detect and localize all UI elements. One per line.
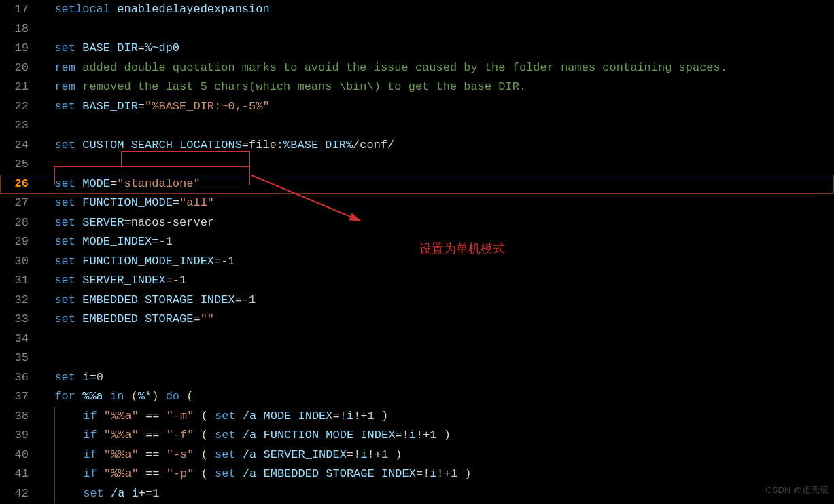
line-number: 32 <box>0 291 41 310</box>
token: %~dp0 <box>145 39 179 58</box>
token <box>97 465 104 484</box>
token: == <box>145 426 159 446</box>
token: set <box>215 407 236 427</box>
token <box>158 387 165 407</box>
token: /a <box>243 446 256 465</box>
code-content[interactable]: set EMBEDDED_STORAGE_INDEX=-1 <box>41 291 256 310</box>
code-content[interactable]: set MODE_INDEX=-1 <box>41 232 173 252</box>
token: "%%a" <box>104 446 139 465</box>
token: file: <box>249 136 283 156</box>
code-content[interactable]: set FUNCTION_MODE="all" <box>41 194 214 213</box>
code-content[interactable]: set SERVER_INDEX=-1 <box>41 271 186 291</box>
token: i <box>132 484 139 504</box>
code-line[interactable]: 25 <box>0 155 834 175</box>
line-number: 41 <box>0 465 41 484</box>
code-content[interactable] <box>41 155 54 175</box>
token <box>256 446 263 465</box>
line-number: 29 <box>0 232 41 252</box>
code-line[interactable]: 37 for %%a in (%*) do ( <box>0 387 834 407</box>
code-content[interactable] <box>41 20 54 39</box>
code-line[interactable]: 27 set FUNCTION_MODE="all" <box>0 194 834 213</box>
code-line[interactable]: 39 if "%%a" == "-f" ( set /a FUNCTION_MO… <box>0 426 834 446</box>
token <box>194 446 201 465</box>
token: set <box>54 368 75 388</box>
code-line[interactable]: 20 rem added double quotation marks to a… <box>0 58 834 78</box>
code-line[interactable]: 24 set CUSTOM_SEARCH_LOCATIONS=file:%BAS… <box>0 136 834 156</box>
code-content[interactable]: set i=0 <box>41 368 103 388</box>
code-line[interactable]: 23 <box>0 116 834 136</box>
code-line[interactable]: 18 <box>0 20 834 39</box>
token: ( <box>201 426 208 446</box>
code-line[interactable]: 19 set BASE_DIR=%~dp0 <box>0 39 834 58</box>
code-line[interactable]: 29 set MODE_INDEX=-1 <box>0 232 834 252</box>
line-number: 42 <box>0 484 41 504</box>
code-content[interactable]: set BASE_DIR="%BASE_DIR:~0,-5%" <box>41 97 270 117</box>
token <box>256 465 263 484</box>
code-content[interactable]: set FUNCTION_MODE_INDEX=-1 <box>41 252 235 272</box>
token: "-f" <box>167 426 194 446</box>
token <box>103 387 110 407</box>
token: if <box>83 465 97 484</box>
code-content[interactable]: setlocal enabledelayedexpansion <box>41 0 270 20</box>
token: rem <box>54 58 75 78</box>
code-line[interactable]: 36 set i=0 <box>0 368 834 388</box>
token <box>97 407 104 427</box>
token <box>236 426 243 446</box>
code-content[interactable]: set /a i+=1 <box>41 484 159 504</box>
line-number: 30 <box>0 252 41 272</box>
code-content[interactable] <box>41 116 54 136</box>
code-content[interactable]: for %%a in (%*) do ( <box>41 387 193 407</box>
code-line[interactable]: 32 set EMBEDDED_STORAGE_INDEX=-1 <box>0 291 834 310</box>
code-line[interactable]: 33 set EMBEDDED_STORAGE="" <box>0 310 834 329</box>
code-content[interactable]: set BASE_DIR=%~dp0 <box>41 39 179 58</box>
token: added double quotation marks to avoid th… <box>82 58 727 78</box>
token: = <box>110 175 117 194</box>
token: in <box>110 387 124 407</box>
code-editor[interactable]: 17 setlocal enabledelayedexpansion18 19 … <box>0 0 834 504</box>
token: ! <box>353 446 360 465</box>
token <box>208 407 215 427</box>
code-content[interactable]: set MODE="standalone" <box>41 175 201 194</box>
token: == <box>145 446 159 465</box>
code-line[interactable]: 17 setlocal enabledelayedexpansion <box>0 0 834 20</box>
token <box>194 465 201 484</box>
code-content[interactable]: rem removed the last 5 chars(which means… <box>41 77 526 97</box>
token: -1 <box>221 252 234 272</box>
token: -1 <box>242 291 256 310</box>
token <box>139 407 145 427</box>
code-content[interactable]: set CUSTOM_SEARCH_LOCATIONS=file:%BASE_D… <box>41 136 394 156</box>
token: if <box>83 426 97 446</box>
code-content[interactable]: if "%%a" == "-p" ( set /a EMBEDDED_STORA… <box>41 465 472 484</box>
token: removed the last 5 chars(which means \bi… <box>82 77 526 97</box>
token: "%%a" <box>104 426 139 446</box>
code-line[interactable]: 40 if "%%a" == "-s" ( set /a SERVER_INDE… <box>0 446 834 465</box>
token: set <box>54 175 75 194</box>
code-content[interactable] <box>41 329 54 349</box>
code-line[interactable]: 30 set FUNCTION_MODE_INDEX=-1 <box>0 252 834 272</box>
code-line[interactable]: 26 set MODE="standalone" <box>0 175 834 194</box>
token: i <box>409 426 416 446</box>
token <box>139 465 145 484</box>
code-content[interactable]: rem added double quotation marks to avoi… <box>41 58 727 78</box>
code-line[interactable]: 21 rem removed the last 5 chars(which me… <box>0 77 834 97</box>
code-line[interactable]: 35 <box>0 348 834 368</box>
token: ) <box>464 465 471 484</box>
code-content[interactable] <box>41 348 54 368</box>
code-line[interactable]: 34 <box>0 329 834 349</box>
token: set <box>54 97 75 117</box>
line-number: 26 <box>0 175 41 194</box>
token: = <box>333 407 340 427</box>
code-line[interactable]: 31 set SERVER_INDEX=-1 <box>0 271 834 291</box>
code-line[interactable]: 42 set /a i+=1 <box>0 484 834 504</box>
code-content[interactable]: if "%%a" == "-s" ( set /a SERVER_INDEX=!… <box>41 446 402 465</box>
code-content[interactable]: set EMBEDDED_STORAGE="" <box>41 310 214 329</box>
code-content[interactable]: set SERVER=nacos-server <box>41 213 214 233</box>
code-line[interactable]: 22 set BASE_DIR="%BASE_DIR:~0,-5%" <box>0 97 834 117</box>
token <box>457 465 464 484</box>
code-line[interactable]: 41 if "%%a" == "-p" ( set /a EMBEDDED_ST… <box>0 465 834 484</box>
token: = <box>173 194 179 213</box>
code-content[interactable]: if "%%a" == "-m" ( set /a MODE_INDEX=!i!… <box>41 407 388 427</box>
code-line[interactable]: 28 set SERVER=nacos-server <box>0 213 834 233</box>
code-content[interactable]: if "%%a" == "-f" ( set /a FUNCTION_MODE_… <box>41 426 451 446</box>
code-line[interactable]: 38 if "%%a" == "-m" ( set /a MODE_INDEX=… <box>0 407 834 427</box>
